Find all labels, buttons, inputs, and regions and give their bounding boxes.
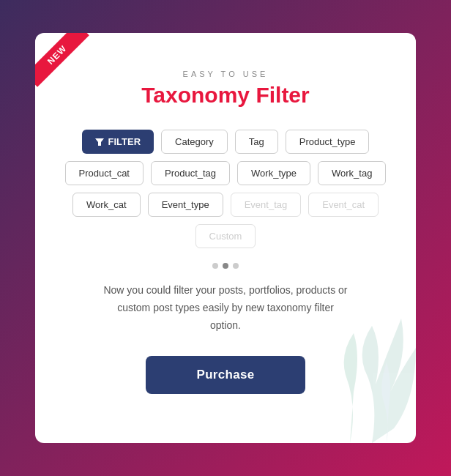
tag-event-type[interactable]: Event_type (148, 193, 223, 217)
tag-work-type[interactable]: Work_type (237, 161, 310, 185)
purchase-button[interactable]: Purchase (146, 356, 306, 394)
main-card: NEW EASY TO USE Taxonomy Filter FILTER C… (35, 33, 416, 443)
tag-event-tag[interactable]: Event_tag (231, 193, 302, 217)
tag-event-cat[interactable]: Event_cat (308, 193, 379, 217)
tag-custom[interactable]: Custom (195, 224, 256, 248)
tag-work-cat[interactable]: Work_cat (72, 193, 141, 217)
tag-event-tag-label: Event_tag (245, 199, 288, 210)
subtitle: EASY TO USE (183, 70, 269, 78)
dots-indicator (212, 263, 239, 269)
tag-tag-label: Tag (249, 136, 264, 147)
tag-product-tag[interactable]: Product_tag (151, 161, 230, 185)
dot-1 (212, 263, 218, 269)
ribbon-label: NEW (35, 33, 89, 87)
tag-event-cat-label: Event_cat (322, 199, 365, 210)
tag-work-type-label: Work_type (251, 168, 297, 179)
tag-work-tag[interactable]: Work_tag (318, 161, 386, 185)
tag-category[interactable]: Category (161, 130, 228, 154)
description-text: Now you could filter your posts, portfol… (101, 282, 350, 334)
new-ribbon: NEW (35, 33, 101, 99)
tag-product-cat-label: Product_cat (79, 168, 130, 179)
page-title: Taxonomy Filter (141, 83, 309, 108)
tag-custom-label: Custom (209, 231, 242, 242)
dot-3 (233, 263, 239, 269)
svg-marker-0 (95, 138, 104, 146)
tag-tag[interactable]: Tag (235, 130, 278, 154)
filter-tag-area: FILTER Category Tag Product_type Product… (64, 130, 387, 248)
tag-category-label: Category (175, 136, 214, 147)
tag-product-type[interactable]: Product_type (286, 130, 370, 154)
dot-2 (223, 263, 228, 269)
tag-event-type-label: Event_type (162, 199, 209, 210)
tag-work-cat-label: Work_cat (86, 199, 127, 210)
filter-icon (95, 138, 104, 146)
filter-button-label: FILTER (108, 136, 141, 147)
tag-product-type-label: Product_type (299, 136, 356, 147)
tag-product-cat[interactable]: Product_cat (65, 161, 144, 185)
tag-work-tag-label: Work_tag (332, 168, 372, 179)
tag-product-tag-label: Product_tag (165, 168, 216, 179)
filter-main-button[interactable]: FILTER (82, 130, 154, 154)
